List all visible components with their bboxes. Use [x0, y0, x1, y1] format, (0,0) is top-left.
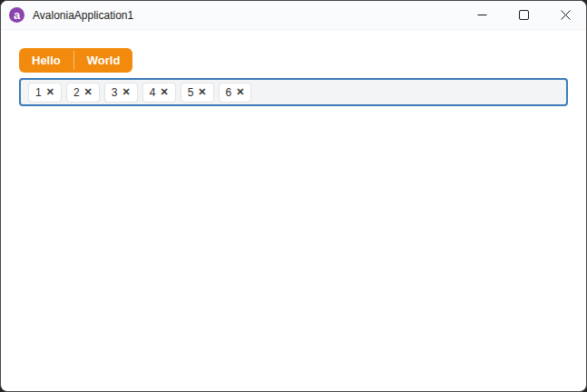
- titlebar[interactable]: a AvaloniaApplication1: [1, 1, 586, 30]
- minimize-icon: [477, 10, 487, 20]
- tab-hello[interactable]: Hello: [19, 48, 73, 73]
- close-button[interactable]: [544, 1, 586, 29]
- caption-buttons: [461, 1, 586, 29]
- maximize-icon: [519, 10, 529, 20]
- avalonia-logo-icon: a: [9, 7, 24, 23]
- window-title: AvaloniaApplication1: [33, 9, 133, 22]
- maximize-button[interactable]: [503, 1, 544, 29]
- chip-remove-icon[interactable]: ✕: [160, 87, 168, 97]
- client-area: Hello World 1 ✕ 2 ✕ 3 ✕ 4 ✕ 5 ✕: [1, 30, 586, 124]
- chip-remove-icon[interactable]: ✕: [122, 87, 131, 97]
- close-icon: [561, 10, 571, 20]
- chip-remove-icon[interactable]: ✕: [46, 87, 54, 97]
- tab-strip: Hello World: [19, 48, 132, 73]
- chip-label: 3: [112, 87, 118, 98]
- chip-remove-icon[interactable]: ✕: [236, 87, 244, 97]
- chip-remove-icon[interactable]: ✕: [84, 87, 93, 97]
- tab-world[interactable]: World: [74, 48, 133, 73]
- chip: 2 ✕: [66, 83, 100, 103]
- chip: 6 ✕: [219, 83, 252, 103]
- chip-label: 1: [35, 87, 42, 98]
- chip-label: 6: [226, 87, 232, 98]
- chip-label: 4: [150, 87, 156, 98]
- chip: 5 ✕: [181, 83, 214, 103]
- chip: 3 ✕: [104, 83, 138, 103]
- chip: 1 ✕: [28, 83, 62, 103]
- app-window: a AvaloniaApplication1 Hello: [0, 0, 587, 392]
- chip-label: 5: [188, 87, 194, 98]
- chip-label: 2: [73, 87, 80, 98]
- tags-input[interactable]: 1 ✕ 2 ✕ 3 ✕ 4 ✕ 5 ✕ 6 ✕: [19, 78, 568, 106]
- chip-remove-icon[interactable]: ✕: [198, 87, 206, 97]
- chip: 4 ✕: [142, 83, 176, 103]
- minimize-button[interactable]: [461, 1, 503, 29]
